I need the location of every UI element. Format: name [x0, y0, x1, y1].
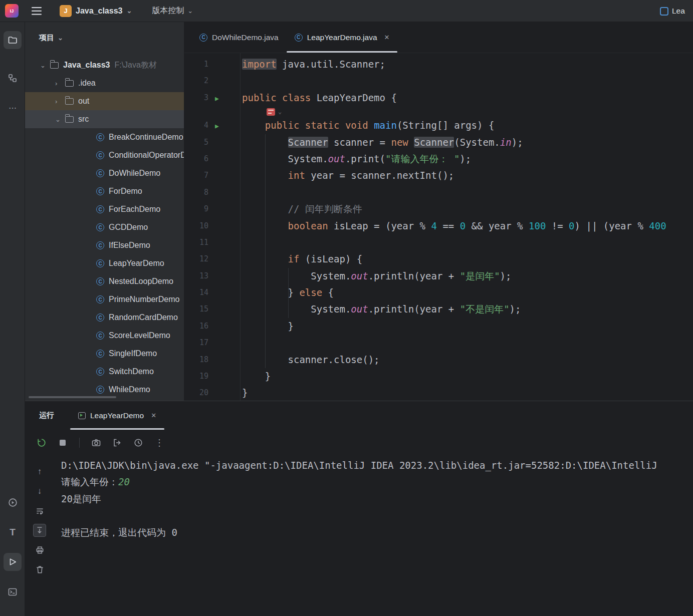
- gutter-line[interactable]: 14: [184, 284, 240, 301]
- kebab-menu-icon[interactable]: ⋮: [153, 436, 166, 449]
- code-line[interactable]: System.out.print("请输入年份： ");: [242, 151, 693, 167]
- gutter-line[interactable]: 2: [184, 73, 240, 89]
- code-line[interactable]: [242, 234, 693, 251]
- tree-item-BreakContinueDemo[interactable]: CBreakContinueDemo: [25, 128, 184, 146]
- code-line[interactable]: // 闰年判断条件: [242, 201, 693, 217]
- run-config-selector[interactable]: Lea: [660, 0, 693, 22]
- code-line[interactable]: if (isLeap) {: [242, 251, 693, 267]
- code-line[interactable]: }: [242, 318, 693, 335]
- tree-item-DoWhileDemo[interactable]: CDoWhileDemo: [25, 164, 184, 182]
- scroll-to-end-icon[interactable]: [33, 524, 46, 537]
- code-line[interactable]: [242, 335, 693, 351]
- project-tool-window-button[interactable]: [4, 31, 22, 49]
- print-icon[interactable]: [33, 543, 46, 556]
- gutter-line[interactable]: 15: [184, 301, 240, 318]
- code-line[interactable]: }: [242, 368, 693, 385]
- tree-chevron-icon[interactable]: ›: [55, 80, 65, 87]
- tree-item-LeapYearDemo[interactable]: CLeapYearDemo: [25, 254, 184, 272]
- tree-item-SingleIfDemo[interactable]: CSingleIfDemo: [25, 345, 184, 363]
- stop-button[interactable]: [56, 436, 69, 449]
- vcs-selector[interactable]: 版本控制 ⌄: [152, 6, 193, 16]
- up-stack-icon[interactable]: ↑: [33, 465, 46, 478]
- tree-chevron-icon[interactable]: ›: [55, 98, 65, 105]
- tree-item-IfElseDemo[interactable]: CIfElseDemo: [25, 236, 184, 254]
- tree-chevron-icon[interactable]: ⌄: [40, 62, 50, 69]
- tree-item-out[interactable]: ›out: [25, 92, 184, 110]
- tree-item-ForEachDemo[interactable]: CForEachDemo: [25, 200, 184, 218]
- tree-item-SwitchDemo[interactable]: CSwitchDemo: [25, 363, 184, 381]
- horizontal-scrollbar-thumb[interactable]: [29, 396, 116, 398]
- gutter-line[interactable]: 10: [184, 218, 240, 234]
- tool-window-t-icon[interactable]: T: [4, 523, 22, 541]
- gutter-line[interactable]: 6: [184, 151, 240, 167]
- code-line[interactable]: }: [242, 385, 693, 401]
- soft-wrap-icon[interactable]: [33, 504, 46, 517]
- gutter-line[interactable]: 11: [184, 234, 240, 251]
- gutter-line[interactable]: 7: [184, 167, 240, 184]
- tree-item-src[interactable]: ⌄src: [25, 110, 184, 128]
- code-line[interactable]: } else {: [242, 284, 693, 301]
- console-line: 请输入年份：20: [61, 474, 693, 490]
- tree-item-RandomCardDemo[interactable]: CRandomCardDemo: [25, 309, 184, 327]
- rerun-button[interactable]: [35, 436, 48, 449]
- code-line[interactable]: scanner.close();: [242, 352, 693, 368]
- code-line[interactable]: System.out.println(year + "是闰年");: [242, 268, 693, 284]
- gutter-line[interactable]: 5: [184, 134, 240, 151]
- gutter-line[interactable]: 18: [184, 352, 240, 368]
- code-line[interactable]: public class LeapYearDemo {: [242, 90, 693, 106]
- code-line[interactable]: public static void main(String[] args) {: [242, 117, 693, 134]
- inlay-annotation-badge[interactable]: [267, 108, 275, 116]
- tree-item-ConditionalOperatorDemo[interactable]: CConditionalOperatorDemo: [25, 146, 184, 164]
- more-tool-windows-icon[interactable]: ⋯: [4, 99, 22, 117]
- thread-dump-camera-icon[interactable]: [90, 436, 103, 449]
- run-gutter-icon[interactable]: ▶: [215, 95, 219, 102]
- structure-tool-window-button[interactable]: [4, 69, 22, 87]
- code-editor[interactable]: import java.util.Scanner;public class Le…: [241, 53, 693, 401]
- tree-item-ForDemo[interactable]: CForDemo: [25, 182, 184, 200]
- gutter-line[interactable]: 19: [184, 368, 240, 385]
- close-icon[interactable]: ✕: [151, 412, 156, 419]
- gutter-line[interactable]: 17: [184, 335, 240, 351]
- run-gutter-icon[interactable]: ▶: [215, 122, 219, 130]
- code-line[interactable]: boolean isLeap = (year % 4 == 0 && year …: [242, 218, 693, 234]
- clear-trash-icon[interactable]: [33, 563, 46, 576]
- tree-chevron-icon[interactable]: ⌄: [55, 116, 65, 123]
- gutter-line[interactable]: 13: [184, 268, 240, 284]
- tree-item-NestedLoopDemo[interactable]: CNestedLoopDemo: [25, 272, 184, 290]
- tree-item-GCDDemo[interactable]: CGCDDemo: [25, 218, 184, 236]
- hamburger-menu-icon[interactable]: [28, 2, 46, 20]
- console-output[interactable]: D:\IDEA\JDK\bin\java.exe "-javaagent:D:\…: [54, 457, 693, 616]
- code-line[interactable]: int year = scanner.nextInt();: [242, 167, 693, 184]
- run-tab[interactable]: LeapYearDemo ✕: [70, 401, 164, 430]
- gutter-line[interactable]: 20: [184, 385, 240, 401]
- gutter-line[interactable]: 9: [184, 201, 240, 217]
- chevron-down-icon[interactable]: ⌄: [278, 108, 282, 115]
- gutter-line[interactable]: 12: [184, 251, 240, 267]
- code-line[interactable]: Scanner scanner = new Scanner(System.in)…: [242, 134, 693, 151]
- editor-tab[interactable]: CDoWhileDemo.java: [191, 22, 287, 53]
- tree-item-.idea[interactable]: ›.idea: [25, 74, 184, 92]
- editor-tab[interactable]: CLeapYearDemo.java✕: [287, 22, 398, 53]
- gutter-line[interactable]: 3▶: [184, 90, 240, 106]
- gutter-line[interactable]: 1: [184, 56, 240, 73]
- code-line[interactable]: [242, 73, 693, 89]
- gutter-line[interactable]: 16: [184, 318, 240, 335]
- down-stack-icon[interactable]: ↓: [33, 485, 46, 498]
- tree-item-Java_class3[interactable]: ⌄Java_class3F:\Java教材: [25, 56, 184, 74]
- export-icon[interactable]: [111, 436, 124, 449]
- tree-item-PrimeNumberDemo[interactable]: CPrimeNumberDemo: [25, 290, 184, 309]
- close-icon[interactable]: ✕: [384, 34, 390, 41]
- gutter-line[interactable]: 8: [184, 184, 240, 201]
- services-tool-window-button[interactable]: [4, 493, 22, 511]
- terminal-tool-window-button[interactable]: [4, 583, 22, 601]
- project-panel-header[interactable]: 项目 ⌄: [25, 22, 184, 53]
- gutter-line[interactable]: 4▶: [184, 117, 240, 134]
- code-line[interactable]: import java.util.Scanner;: [242, 56, 693, 73]
- run-config-label: Lea: [672, 7, 685, 16]
- tree-item-ScoreLevelDemo[interactable]: CScoreLevelDemo: [25, 327, 184, 345]
- project-selector[interactable]: J Java_class3 ⌄: [57, 3, 135, 19]
- code-line[interactable]: [242, 184, 693, 201]
- code-line[interactable]: System.out.println(year + "不是闰年");: [242, 301, 693, 318]
- run-tool-window-button[interactable]: [4, 553, 22, 571]
- history-icon[interactable]: [132, 436, 145, 449]
